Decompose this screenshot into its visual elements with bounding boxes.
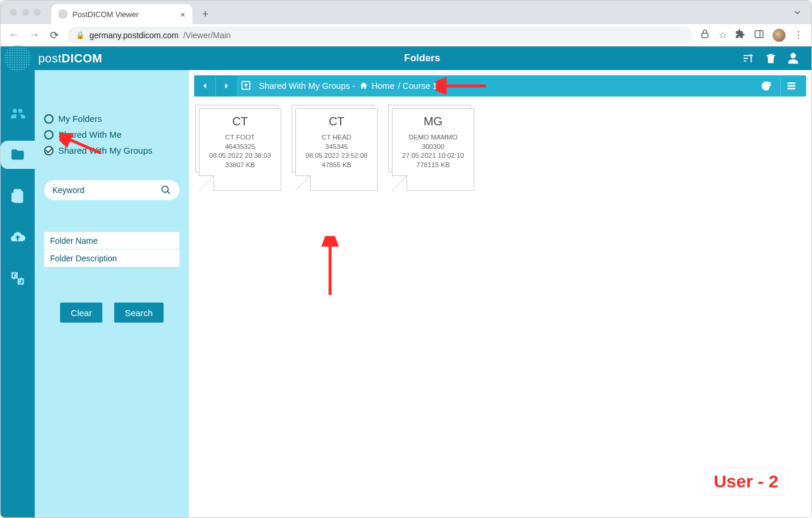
bookmark-star-icon[interactable]: ☆ (718, 29, 727, 41)
folder-desc-input[interactable]: Folder Description (44, 250, 179, 267)
trash-icon[interactable] (764, 52, 777, 65)
svg-rect-1 (755, 31, 763, 38)
brand-pre: post (38, 52, 62, 65)
url-domain: germany.postdicom.com (89, 31, 178, 40)
study-card[interactable]: CT CT FOOT 46435325 08.05.2022 20:38:03 … (199, 108, 281, 194)
side-panel-buttons: Clear Search (44, 303, 179, 323)
svg-rect-0 (702, 33, 708, 38)
card-size: 778115 KB (396, 161, 470, 170)
brand-logo-icon (1, 47, 35, 70)
card-date: 27.05.2021 10:02:10 (396, 151, 470, 161)
study-card[interactable]: CT CT HEAD 345345 08.05.2022 23:52:08 47… (295, 108, 378, 194)
nav-forward-icon[interactable]: → (28, 29, 41, 41)
app-root: postDICOM Folders (1, 47, 811, 517)
favicon-icon (58, 9, 68, 19)
card-modality: CT (299, 115, 374, 128)
brand-post: DICOM (62, 52, 102, 65)
rail-documents[interactable] (1, 182, 35, 210)
sort-icon[interactable] (742, 52, 755, 65)
card-size: 33807 KB (203, 161, 277, 170)
rail-upload[interactable] (1, 223, 35, 251)
rail-compare[interactable] (1, 264, 35, 293)
crumb-path: / Course 1 (398, 81, 437, 91)
address-bar: ← → ⟳ 🔒 germany.postdicom.com/Viewer/Mai… (1, 24, 811, 47)
share-icon[interactable] (700, 29, 710, 42)
app-body: My Folders Shared With Me Shared With My… (1, 70, 811, 517)
breadcrumb-text[interactable]: Shared With My Groups - Home / Course 1 (259, 81, 437, 91)
svg-rect-4 (787, 82, 795, 84)
url-field[interactable]: 🔒 germany.postdicom.com/Viewer/Main (68, 26, 693, 44)
search-icon[interactable] (161, 185, 171, 195)
radio-checked-icon (44, 146, 54, 155)
radio-icon (44, 114, 54, 124)
svg-rect-6 (787, 88, 795, 89)
keyword-search[interactable]: Keyword (44, 180, 179, 200)
crumb-back-icon[interactable] (194, 75, 215, 97)
crumb-home: Home (372, 81, 395, 91)
new-tab-button[interactable]: + (197, 6, 214, 22)
url-path: /Viewer/Main (183, 31, 231, 40)
main-content: Shared With My Groups - Home / Course 1 … (189, 70, 811, 517)
brand-text: postDICOM (38, 52, 102, 65)
tab-strip: PostDICOM Viewer × + (1, 1, 811, 24)
card-date: 08.05.2022 20:38:03 (203, 151, 277, 161)
side-panel: My Folders Shared With Me Shared With My… (35, 70, 189, 517)
search-button[interactable]: Search (114, 303, 164, 323)
radio-icon (44, 130, 54, 140)
home-icon (359, 81, 368, 91)
profile-avatar-icon[interactable] (773, 29, 786, 42)
card-id: 345345 (299, 142, 374, 152)
card-id: 300300 (396, 142, 470, 152)
card-name: CT FOOT (203, 133, 277, 142)
study-cards: CT CT FOOT 46435325 08.05.2022 20:38:03 … (194, 97, 806, 206)
study-card[interactable]: MG DEMO MAMMO 300300 27.05.2021 10:02:10… (392, 108, 474, 194)
tab-title: PostDICOM Viewer (72, 10, 138, 19)
crumb-forward-icon[interactable] (215, 75, 237, 97)
card-modality: MG (396, 115, 470, 128)
view-options-icon[interactable] (780, 75, 801, 97)
card-modality: CT (203, 115, 277, 128)
card-name: CT HEAD (299, 133, 374, 142)
browser-tab[interactable]: PostDICOM Viewer × (51, 4, 192, 24)
radio-my-folders[interactable]: My Folders (44, 114, 179, 124)
input-placeholder: Folder Name (50, 236, 98, 245)
card-date: 08.05.2022 23:52:08 (299, 151, 374, 161)
window-traffic-lights (10, 9, 41, 16)
side-panel-icon[interactable] (754, 29, 764, 42)
app-header: postDICOM Folders (1, 47, 811, 70)
extensions-icon[interactable] (735, 29, 746, 42)
input-placeholder: Folder Description (50, 254, 117, 263)
radio-shared-with-me[interactable]: Shared With Me (44, 130, 179, 140)
page-title: Folders (102, 52, 742, 64)
breadcrumb-bar: Shared With My Groups - Home / Course 1 (194, 75, 806, 97)
annotation-user-label: User - 2 (704, 468, 788, 495)
nav-rail (1, 70, 35, 517)
close-tab-icon[interactable]: × (180, 9, 185, 19)
user-icon[interactable] (787, 52, 800, 65)
crumb-prefix: Shared With My Groups - (259, 81, 355, 91)
header-actions (742, 52, 811, 65)
keyword-placeholder: Keyword (52, 185, 84, 195)
kebab-menu-icon[interactable]: ⋮ (794, 29, 804, 41)
crumb-upload-icon[interactable] (240, 79, 252, 93)
lock-icon: 🔒 (76, 31, 85, 39)
rail-folders[interactable] (1, 141, 35, 169)
rail-groups[interactable] (1, 99, 35, 128)
nav-reload-icon[interactable]: ⟳ (48, 29, 61, 42)
radio-shared-with-my-groups[interactable]: Shared With My Groups (44, 145, 179, 155)
tabs-dropdown-icon[interactable] (793, 8, 802, 19)
browser-action-icons: ☆ ⋮ (700, 29, 804, 42)
card-id: 46435325 (203, 142, 277, 152)
folder-name-input[interactable]: Folder Name (44, 232, 179, 250)
radio-label: Shared With Me (58, 130, 122, 140)
clear-button[interactable]: Clear (60, 303, 102, 323)
radio-label: Shared With My Groups (58, 145, 152, 155)
browser-chrome: PostDICOM Viewer × + ← → ⟳ 🔒 germany.pos… (1, 1, 811, 47)
refresh-icon[interactable] (756, 75, 777, 97)
nav-back-icon[interactable]: ← (8, 29, 21, 41)
svg-rect-5 (787, 85, 795, 87)
card-name: DEMO MAMMO (396, 133, 470, 142)
radio-label: My Folders (58, 114, 102, 124)
folder-scope-radios: My Folders Shared With Me Shared With My… (44, 114, 179, 155)
card-size: 47855 KB (299, 161, 374, 170)
